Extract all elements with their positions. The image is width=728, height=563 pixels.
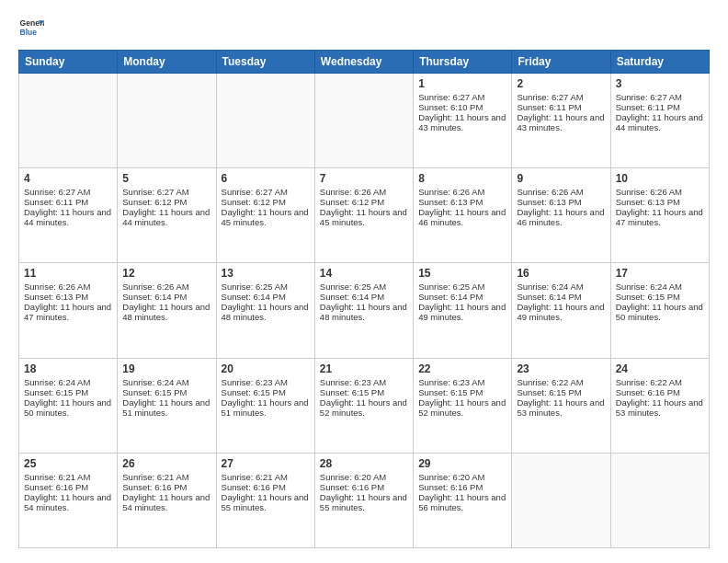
day-number: 22: [418, 362, 506, 375]
day-info: Sunset: 6:14 PM: [418, 292, 506, 302]
day-info: Sunrise: 6:25 AM: [418, 282, 506, 292]
day-info: Sunset: 6:16 PM: [122, 482, 210, 492]
table-row: 8Sunrise: 6:26 AMSunset: 6:13 PMDaylight…: [414, 168, 512, 263]
day-number: 18: [24, 362, 112, 375]
day-number: 12: [122, 267, 210, 280]
table-row: 5Sunrise: 6:27 AMSunset: 6:12 PMDaylight…: [118, 168, 216, 263]
day-info: Sunrise: 6:24 AM: [517, 282, 605, 292]
day-info: Daylight: 11 hours and 55 minutes.: [320, 492, 408, 512]
day-info: Daylight: 11 hours and 51 minutes.: [222, 397, 310, 418]
day-number: 1: [418, 77, 506, 90]
day-number: 24: [616, 362, 704, 375]
day-info: Daylight: 11 hours and 49 minutes.: [517, 302, 605, 322]
table-row: 25Sunrise: 6:21 AMSunset: 6:16 PMDayligh…: [19, 453, 118, 547]
table-row: 21Sunrise: 6:23 AMSunset: 6:15 PMDayligh…: [314, 358, 413, 453]
table-row: 24Sunrise: 6:22 AMSunset: 6:16 PMDayligh…: [610, 358, 709, 453]
table-row: 26Sunrise: 6:21 AMSunset: 6:16 PMDayligh…: [118, 453, 216, 547]
calendar-week-1: 1Sunrise: 6:27 AMSunset: 6:10 PMDaylight…: [19, 74, 710, 168]
day-number: 20: [222, 362, 310, 375]
table-row: 27Sunrise: 6:21 AMSunset: 6:16 PMDayligh…: [216, 453, 314, 547]
day-info: Sunrise: 6:23 AM: [222, 377, 310, 387]
calendar-week-2: 4Sunrise: 6:27 AMSunset: 6:11 PMDaylight…: [19, 168, 710, 263]
day-number: 27: [222, 457, 310, 470]
day-info: Sunrise: 6:27 AM: [616, 92, 704, 102]
day-info: Daylight: 11 hours and 52 minutes.: [320, 397, 408, 418]
day-info: Sunset: 6:10 PM: [418, 102, 506, 112]
table-row: 14Sunrise: 6:25 AMSunset: 6:14 PMDayligh…: [314, 263, 413, 358]
day-header-monday: Monday: [118, 51, 216, 74]
day-header-friday: Friday: [512, 51, 610, 74]
day-info: Daylight: 11 hours and 48 minutes.: [222, 302, 310, 322]
day-info: Sunrise: 6:23 AM: [418, 377, 506, 387]
day-info: Sunset: 6:15 PM: [122, 387, 210, 397]
day-number: 25: [24, 457, 112, 470]
day-number: 9: [517, 172, 605, 185]
day-info: Sunset: 6:16 PM: [24, 482, 112, 492]
day-header-sunday: Sunday: [19, 51, 118, 74]
table-row: 22Sunrise: 6:23 AMSunset: 6:15 PMDayligh…: [414, 358, 512, 453]
day-info: Daylight: 11 hours and 44 minutes.: [24, 207, 112, 227]
logo-icon: General Blue: [18, 15, 44, 40]
day-info: Sunset: 6:11 PM: [616, 102, 704, 112]
day-info: Daylight: 11 hours and 53 minutes.: [517, 397, 605, 418]
calendar-table: SundayMondayTuesdayWednesdayThursdayFrid…: [18, 50, 710, 548]
day-info: Daylight: 11 hours and 52 minutes.: [418, 397, 506, 418]
day-info: Sunset: 6:15 PM: [24, 387, 112, 397]
day-info: Sunrise: 6:25 AM: [222, 282, 310, 292]
day-info: Sunset: 6:11 PM: [24, 197, 112, 207]
day-info: Sunrise: 6:20 AM: [418, 472, 506, 482]
day-number: 6: [222, 172, 310, 185]
day-number: 16: [517, 267, 605, 280]
day-number: 21: [320, 362, 408, 375]
table-row: [19, 74, 118, 168]
table-row: 2Sunrise: 6:27 AMSunset: 6:11 PMDaylight…: [512, 74, 610, 168]
day-info: Daylight: 11 hours and 43 minutes.: [517, 112, 605, 132]
day-number: 19: [122, 362, 210, 375]
day-info: Daylight: 11 hours and 50 minutes.: [616, 302, 704, 322]
day-info: Daylight: 11 hours and 44 minutes.: [122, 207, 210, 227]
day-info: Sunrise: 6:27 AM: [222, 187, 310, 197]
day-info: Daylight: 11 hours and 47 minutes.: [616, 207, 704, 227]
table-row: [118, 74, 216, 168]
day-info: Sunset: 6:14 PM: [320, 292, 408, 302]
day-number: 3: [616, 77, 704, 90]
table-row: 12Sunrise: 6:26 AMSunset: 6:14 PMDayligh…: [118, 263, 216, 358]
day-info: Sunrise: 6:20 AM: [320, 472, 408, 482]
day-info: Sunset: 6:13 PM: [616, 197, 704, 207]
day-info: Sunrise: 6:27 AM: [418, 92, 506, 102]
day-number: 2: [517, 77, 605, 90]
day-info: Sunrise: 6:21 AM: [222, 472, 310, 482]
day-info: Sunrise: 6:26 AM: [616, 187, 704, 197]
table-row: 13Sunrise: 6:25 AMSunset: 6:14 PMDayligh…: [216, 263, 314, 358]
calendar-header-row: SundayMondayTuesdayWednesdayThursdayFrid…: [19, 51, 710, 74]
day-info: Sunrise: 6:22 AM: [517, 377, 605, 387]
day-info: Daylight: 11 hours and 55 minutes.: [222, 492, 310, 512]
day-info: Daylight: 11 hours and 46 minutes.: [517, 207, 605, 227]
table-row: 23Sunrise: 6:22 AMSunset: 6:15 PMDayligh…: [512, 358, 610, 453]
day-header-wednesday: Wednesday: [314, 51, 413, 74]
day-info: Sunset: 6:15 PM: [418, 387, 506, 397]
day-info: Sunset: 6:11 PM: [517, 102, 605, 112]
day-info: Daylight: 11 hours and 45 minutes.: [222, 207, 310, 227]
day-info: Sunset: 6:12 PM: [122, 197, 210, 207]
day-info: Sunrise: 6:22 AM: [616, 377, 704, 387]
day-info: Sunrise: 6:26 AM: [122, 282, 210, 292]
day-info: Sunrise: 6:23 AM: [320, 377, 408, 387]
day-info: Sunset: 6:14 PM: [122, 292, 210, 302]
day-info: Sunset: 6:13 PM: [418, 197, 506, 207]
day-info: Sunset: 6:14 PM: [517, 292, 605, 302]
day-number: 15: [418, 267, 506, 280]
day-number: 10: [616, 172, 704, 185]
day-number: 17: [616, 267, 704, 280]
day-info: Sunrise: 6:24 AM: [122, 377, 210, 387]
day-info: Daylight: 11 hours and 56 minutes.: [418, 492, 506, 512]
day-info: Daylight: 11 hours and 47 minutes.: [24, 302, 112, 322]
table-row: 7Sunrise: 6:26 AMSunset: 6:12 PMDaylight…: [314, 168, 413, 263]
day-info: Daylight: 11 hours and 43 minutes.: [418, 112, 506, 132]
day-number: 28: [320, 457, 408, 470]
day-number: 11: [24, 267, 112, 280]
day-info: Sunset: 6:12 PM: [222, 197, 310, 207]
day-info: Sunrise: 6:24 AM: [616, 282, 704, 292]
day-header-saturday: Saturday: [610, 51, 709, 74]
table-row: 19Sunrise: 6:24 AMSunset: 6:15 PMDayligh…: [118, 358, 216, 453]
